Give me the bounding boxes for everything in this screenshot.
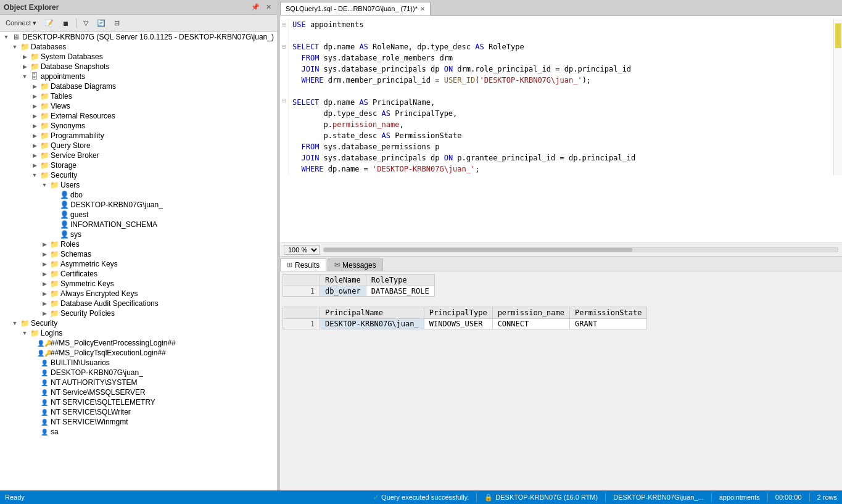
user-guest-node[interactable]: ▶ 👤 guest — [0, 210, 277, 220]
synonyms-icon: 📁 — [39, 122, 49, 130]
login-ms-policy-event-node[interactable]: ▶ 👤🔑 ##MS_PolicyEventProcessingLogin## — [0, 338, 277, 348]
storage-node[interactable]: ▶ 📁 Storage — [0, 160, 277, 170]
views-expand[interactable]: ▶ — [30, 103, 39, 109]
security-db-label: Security — [51, 171, 77, 180]
results-content[interactable]: RoleName RoleType 1 db_owner DATABASE_RO… — [280, 271, 842, 490]
external-resources-node[interactable]: ▶ 📁 External Resources — [0, 111, 277, 121]
asymmetric-keys-expand[interactable]: ▶ — [39, 261, 49, 267]
new-query-button[interactable]: 📝 — [42, 17, 57, 29]
login-nt-winmgmt-node[interactable]: ▶ 👤 NT SERVICE\Winmgmt — [0, 417, 277, 427]
security-server-node[interactable]: ▼ 📁 Security — [0, 318, 277, 328]
system-dbs-expand[interactable]: ▶ — [20, 54, 30, 60]
zoom-select[interactable]: 100 % — [284, 245, 320, 255]
appointments-node[interactable]: ▼ 🗄 appointments — [0, 72, 277, 81]
db-audit-specs-expand[interactable]: ▶ — [39, 300, 49, 307]
server-expand[interactable]: ▼ — [1, 34, 11, 40]
server-node[interactable]: ▼ 🖥 DESKTOP-KRBN07G (SQL Server 16.0.112… — [0, 32, 277, 42]
h-scrollbar[interactable] — [323, 247, 838, 252]
code-column[interactable]: USE appointments SELECT dp.name AS RoleN… — [289, 19, 833, 175]
login-nt-authority-node[interactable]: ▶ 👤 NT AUTHORITY\SYSTEM — [0, 378, 277, 387]
close-panel-button[interactable]: ✕ — [264, 2, 273, 12]
login-builtin-node[interactable]: ▶ 👤 BUILTIN\Usuarios — [0, 358, 277, 368]
connect-button[interactable]: Connect ▾ — [2, 17, 39, 29]
row2-col4: GRANT — [570, 319, 647, 329]
programmability-node[interactable]: ▶ 📁 Programmability — [0, 131, 277, 141]
synonyms-node[interactable]: ▶ 📁 Synonyms — [0, 121, 277, 131]
collapse-all-button[interactable]: ⊟ — [111, 17, 123, 29]
certificates-node[interactable]: ▶ 📁 Certificates — [0, 269, 277, 279]
security-db-expand[interactable]: ▼ — [30, 172, 39, 178]
service-broker-expand[interactable]: ▶ — [30, 152, 39, 159]
system-dbs-node[interactable]: ▶ 📁 System Databases — [0, 52, 277, 62]
tables-node[interactable]: ▶ 📁 Tables — [0, 91, 277, 101]
external-resources-expand[interactable]: ▶ — [30, 113, 39, 119]
row2-col3: CONNECT — [492, 319, 569, 329]
user-desktop-node[interactable]: ▶ 👤 DESKTOP-KRBN07G\juan_ — [0, 200, 277, 210]
login-sa-node[interactable]: ▶ 👤 sa — [0, 427, 277, 437]
user-dbo-node[interactable]: ▶ 👤 dbo — [0, 190, 277, 200]
tables-label: Tables — [51, 92, 72, 101]
views-node[interactable]: ▶ 📁 Views — [0, 101, 277, 111]
db-snapshots-expand[interactable]: ▶ — [20, 64, 30, 70]
logins-node[interactable]: ▼ 📁 Logins — [0, 328, 277, 338]
tab-close-button[interactable]: ✕ — [420, 6, 425, 12]
row2-col1: DESKTOP-KRBN07G\juan_ — [320, 319, 424, 329]
stop-button[interactable]: ⏹ — [59, 18, 72, 29]
query-store-expand[interactable]: ▶ — [30, 143, 39, 149]
results-tabs: ⊞ Results ✉ Messages — [280, 257, 842, 271]
results-tab[interactable]: ⊞ Results — [280, 258, 326, 271]
sql-query-tab[interactable]: SQLQuery1.sql - DE...RBN07G\juan_ (71))*… — [280, 2, 431, 15]
login-ms-policy-tsql-node[interactable]: ▶ 👤🔑 ##MS_PolicyTsqlExecutionLogin## — [0, 348, 277, 358]
databases-expand[interactable]: ▼ — [10, 44, 20, 50]
security-db-node[interactable]: ▼ 📁 Security — [0, 170, 277, 180]
schemas-label: Schemas — [60, 250, 91, 258]
login-nt-sqlwriter-node[interactable]: ▶ 👤 NT SERVICE\SQLWriter — [0, 407, 277, 417]
storage-expand[interactable]: ▶ — [30, 162, 39, 168]
symmetric-keys-node[interactable]: ▶ 📁 Symmetric Keys — [0, 279, 277, 289]
login-desktop-node[interactable]: ▶ 👤 DESKTOP-KRBN07G\juan_ — [0, 368, 277, 378]
db-snapshots-node[interactable]: ▶ 📁 Database Snapshots — [0, 62, 277, 72]
filter-button[interactable]: ▽ — [80, 17, 91, 29]
gutter-12 — [280, 141, 288, 152]
service-broker-label: Service Broker — [51, 151, 99, 160]
always-encrypted-node[interactable]: ▶ 📁 Always Encrypted Keys — [0, 289, 277, 299]
user-info-schema-node[interactable]: ▶ 👤 INFORMATION_SCHEMA — [0, 220, 277, 229]
always-encrypted-expand[interactable]: ▶ — [39, 291, 49, 297]
security-policies-node[interactable]: ▶ 📁 Security Policies — [0, 308, 277, 318]
logins-expand[interactable]: ▼ — [20, 330, 30, 336]
roles-expand[interactable]: ▶ — [39, 241, 49, 247]
tables-expand[interactable]: ▶ — [30, 93, 39, 99]
appointments-expand[interactable]: ▼ — [20, 73, 30, 80]
db-diagrams-expand[interactable]: ▶ — [30, 83, 39, 89]
query-store-node[interactable]: ▶ 📁 Query Store — [0, 141, 277, 151]
security-server-expand[interactable]: ▼ — [10, 320, 20, 326]
schemas-node[interactable]: ▶ 📁 Schemas — [0, 249, 277, 259]
refresh-button[interactable]: 🔄 — [94, 17, 109, 29]
users-node[interactable]: ▼ 📁 Users — [0, 180, 277, 190]
sql-editor[interactable]: ⊟ ⊟ ⊟ — [280, 16, 842, 242]
synonyms-expand[interactable]: ▶ — [30, 123, 39, 129]
user-sys-node[interactable]: ▶ 👤 sys — [0, 229, 277, 239]
users-expand[interactable]: ▼ — [39, 182, 49, 188]
rows-status: 2 rows — [817, 494, 837, 501]
certificates-expand[interactable]: ▶ — [39, 271, 49, 277]
login-nt-mssql-node[interactable]: ▶ 👤 NT Service\MSSQLSERVER — [0, 387, 277, 397]
programmability-expand[interactable]: ▶ — [30, 133, 39, 139]
tree-container[interactable]: ▼ 🖥 DESKTOP-KRBN07G (SQL Server 16.0.112… — [0, 32, 277, 490]
user-info-schema-label: INFORMATION_SCHEMA — [70, 220, 157, 229]
messages-tab[interactable]: ✉ Messages — [328, 258, 383, 271]
asymmetric-keys-node[interactable]: ▶ 📁 Asymmetric Keys — [0, 259, 277, 269]
roles-node[interactable]: ▶ 📁 Roles — [0, 239, 277, 249]
pin-button[interactable]: 📌 — [249, 2, 262, 12]
users-label: Users — [60, 181, 80, 189]
login-nt-telemetry-node[interactable]: ▶ 👤 NT SERVICE\SQLTELEMETRY — [0, 397, 277, 407]
user-sys-label: sys — [70, 230, 81, 239]
db-diagrams-node[interactable]: ▶ 📁 Database Diagrams — [0, 81, 277, 91]
databases-node[interactable]: ▼ 📁 Databases — [0, 42, 277, 52]
service-broker-node[interactable]: ▶ 📁 Service Broker — [0, 151, 277, 160]
security-policies-expand[interactable]: ▶ — [39, 310, 49, 316]
db-audit-specs-node[interactable]: ▶ 📁 Database Audit Specifications — [0, 299, 277, 308]
symmetric-keys-expand[interactable]: ▶ — [39, 281, 49, 287]
login1-label: ##MS_PolicyEventProcessingLogin## — [51, 339, 176, 347]
schemas-expand[interactable]: ▶ — [39, 251, 49, 257]
